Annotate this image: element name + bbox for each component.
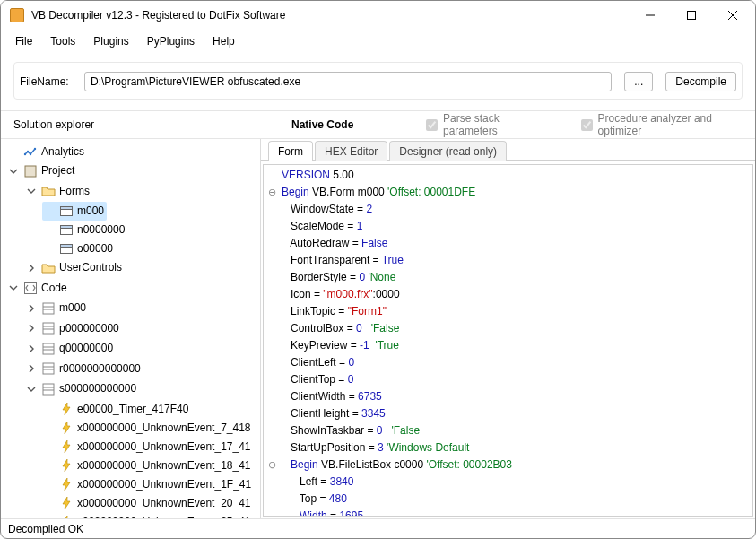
svg-rect-13 [61, 225, 73, 228]
module-icon [41, 382, 56, 396]
event-icon [59, 496, 74, 510]
tree-module[interactable]: m000 [24, 299, 89, 317]
split-pane: Analytics Project [1, 138, 755, 518]
event-icon [59, 421, 74, 435]
svg-point-6 [30, 152, 31, 154]
svg-rect-23 [43, 343, 54, 354]
toolbar: FileName: ... Decompile [1, 53, 755, 111]
tree-form-item[interactable]: n0000000 [42, 221, 127, 239]
filename-label: FileName: [20, 75, 72, 88]
tree-analytics[interactable]: Analytics [6, 143, 87, 161]
chevron-right-icon[interactable] [27, 364, 38, 373]
fold-minus-icon[interactable]: ⊖ [265, 184, 278, 200]
solution-explorer-label: Solution explorer [13, 118, 256, 131]
svg-rect-15 [61, 244, 73, 247]
menu-file[interactable]: File [8, 31, 39, 51]
close-button[interactable] [712, 1, 753, 30]
titlebar[interactable]: VB Decompiler v12.3 - Registered to DotF… [1, 1, 755, 30]
folder-open-icon [41, 184, 56, 198]
event-icon [59, 515, 74, 518]
tabs: Form HEX Editor Designer (read only) [261, 139, 755, 161]
code-area[interactable]: VERSION 5.00 ⊖Begin VB.Form m000 'Offset… [261, 161, 755, 518]
app-icon [10, 8, 24, 22]
tree-proc[interactable]: x000000000_UnknownEvent_18_41 [42, 456, 254, 475]
svg-rect-1 [688, 12, 696, 20]
tree-form-item[interactable]: o00000 [42, 239, 116, 258]
chevron-right-icon[interactable] [27, 324, 38, 333]
analytics-icon [23, 145, 38, 160]
tree-proc[interactable]: x000000000_UnknownEvent_20_41 [42, 494, 254, 513]
svg-rect-26 [43, 363, 54, 374]
code-panel: Form HEX Editor Designer (read only) VER… [261, 139, 755, 518]
browse-button[interactable]: ... [624, 72, 653, 91]
tree-module[interactable]: r0000000000000 [24, 360, 143, 378]
parse-stack-checkbox[interactable]: Parse stack parameters [426, 112, 545, 137]
svg-point-7 [34, 147, 36, 149]
event-icon [59, 439, 74, 454]
tree-proc[interactable]: x000000000_UnknownEvent_7_418 [42, 419, 254, 438]
tree-module[interactable]: q00000000 [24, 339, 116, 358]
tree-project[interactable]: Project [6, 161, 77, 180]
chevron-right-icon[interactable] [27, 264, 38, 273]
svg-rect-29 [43, 384, 54, 395]
svg-point-4 [24, 152, 26, 154]
chevron-down-icon[interactable] [27, 385, 38, 394]
tree-module[interactable]: s000000000000 [24, 379, 139, 398]
tree-proc[interactable]: x000000000_UnknownEvent_17_41 [42, 438, 254, 456]
chevron-right-icon[interactable] [27, 304, 38, 313]
menu-pyplugins[interactable]: PyPlugins [140, 31, 202, 51]
menu-tools[interactable]: Tools [43, 31, 83, 51]
tree-scroll[interactable]: Analytics Project [1, 139, 260, 518]
filename-input[interactable] [84, 72, 612, 91]
fold-minus-icon[interactable]: ⊖ [265, 456, 278, 473]
svg-point-5 [27, 150, 29, 152]
svg-rect-11 [61, 206, 73, 209]
tree-proc[interactable]: x000000000_UnknownEvent_1F_41 [42, 475, 254, 494]
code-icon [23, 281, 38, 295]
chevron-right-icon[interactable] [27, 344, 38, 353]
svg-rect-20 [43, 323, 54, 334]
tree-form-m000[interactable]: m000 [42, 202, 107, 221]
window-title: VB Decompiler v12.3 - Registered to DotF… [31, 9, 630, 22]
chevron-down-icon[interactable] [9, 167, 20, 176]
module-icon [41, 342, 56, 356]
app-window: VB Decompiler v12.3 - Registered to DotF… [0, 0, 756, 539]
tab-form[interactable]: Form [268, 141, 313, 161]
svg-rect-8 [25, 166, 36, 177]
menubar: File Tools Plugins PyPlugins Help [1, 30, 755, 53]
tree-module[interactable]: p000000000 [24, 319, 122, 338]
event-icon [59, 458, 74, 473]
form-icon [59, 204, 74, 219]
code-content[interactable]: VERSION 5.00 ⊖Begin VB.Form m000 'Offset… [264, 165, 752, 517]
tree-proc[interactable]: x000000000_UnknownEvent_25_41 [42, 513, 254, 519]
procedure-analyzer-input[interactable] [581, 119, 593, 131]
solution-explorer: Analytics Project [1, 139, 261, 518]
tree-forms[interactable]: Forms [24, 182, 92, 201]
file-row: FileName: ... Decompile [13, 62, 743, 100]
folder-icon [41, 261, 56, 275]
event-icon [59, 477, 74, 491]
module-icon [41, 301, 56, 316]
minimize-button[interactable] [630, 1, 671, 30]
form-icon [59, 223, 74, 238]
form-icon [59, 242, 74, 256]
menu-help[interactable]: Help [205, 31, 242, 51]
module-icon [41, 361, 56, 376]
tree-proc[interactable]: e00000_Timer_417F40 [42, 400, 191, 419]
blank-twist [9, 143, 20, 161]
tab-designer[interactable]: Designer (read only) [389, 141, 507, 161]
menu-plugins[interactable]: Plugins [86, 31, 135, 51]
decompile-button[interactable]: Decompile [665, 72, 736, 91]
native-code-label: Native Code [291, 118, 390, 131]
info-row: Solution explorer Native Code Parse stac… [1, 111, 755, 138]
chevron-down-icon[interactable] [27, 187, 38, 196]
chevron-down-icon[interactable] [9, 283, 20, 292]
parse-stack-input[interactable] [426, 119, 438, 131]
tree-usercontrols[interactable]: UserControls [24, 258, 125, 277]
statusbar: Decompiled OK [1, 518, 755, 538]
maximize-button[interactable] [671, 1, 712, 30]
procedure-analyzer-checkbox[interactable]: Procedure analyzer and optimizer [581, 112, 743, 137]
tab-hex[interactable]: HEX Editor [315, 141, 387, 161]
tree-code[interactable]: Code [6, 279, 70, 298]
svg-rect-9 [25, 170, 36, 170]
